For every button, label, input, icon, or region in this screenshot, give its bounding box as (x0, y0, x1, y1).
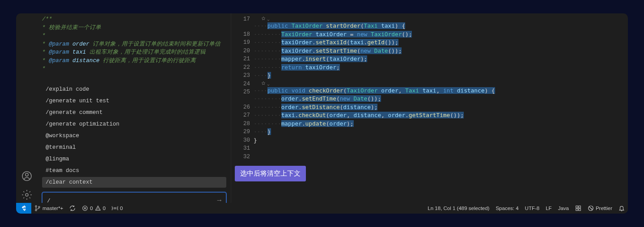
suggestion-list: /explain code /generate unit test /gener… (38, 71, 231, 189)
status-port[interactable]: 0 (109, 205, 126, 211)
chat-panel: /** * 校验并结束一个订单 * * @param order 订单对象，用于… (16, 13, 231, 214)
status-errors[interactable]: 0 0 (79, 205, 109, 211)
status-eol[interactable]: LF (542, 206, 555, 211)
status-selection[interactable]: Ln 18, Col 1 (489 selected) (424, 206, 492, 211)
settings-icon[interactable] (21, 189, 32, 200)
status-prettier[interactable]: Prettier (585, 205, 615, 211)
suggestion-explain-code[interactable]: /explain code (42, 84, 226, 95)
svg-point-3 (35, 206, 37, 207)
account-icon[interactable] (21, 171, 32, 181)
activity-bar (17, 0, 37, 204)
clear-context-tooltip: 选中后将清空上下文 (235, 166, 306, 181)
svg-rect-8 (576, 206, 578, 208)
suggestion-generate-optimization[interactable]: /generate optimization (42, 119, 226, 130)
suggestion-lingma[interactable]: @lingma (42, 154, 226, 164)
code-area[interactable]: ⌄····public TaxiOrder startOrder(Taxi ta… (254, 13, 628, 214)
code-editor[interactable]: 17181920212223242526272829303132 ⌄····pu… (231, 13, 628, 214)
status-language[interactable]: Java (555, 206, 572, 211)
status-sync[interactable] (66, 205, 79, 211)
suggestion-generate-unit-test[interactable]: /generate unit test (42, 96, 226, 106)
svg-point-7 (114, 207, 116, 209)
status-branch[interactable]: master*+ (31, 205, 66, 211)
suggestion-workspace[interactable]: @workspace (42, 130, 226, 141)
svg-point-2 (25, 193, 28, 196)
svg-point-1 (25, 173, 28, 176)
suggestion-clear-context[interactable]: /clear context (42, 177, 226, 188)
status-bell-icon[interactable] (615, 205, 628, 211)
svg-rect-11 (579, 209, 580, 210)
status-encoding[interactable]: UTF-8 (522, 206, 543, 211)
status-extensions-icon[interactable] (572, 205, 585, 211)
status-bar: master*+ 0 0 0 Ln 18, Col 1 (489 selecte… (16, 203, 628, 214)
status-spaces[interactable]: Spaces: 4 (492, 206, 521, 211)
svg-rect-10 (576, 209, 578, 210)
line-gutter: 17181920212223242526272829303132 (231, 13, 254, 214)
svg-rect-9 (579, 206, 580, 208)
code-comment-preview: /** * 校验并结束一个订单 * * @param order 订单对象，用于… (38, 13, 231, 71)
svg-point-4 (35, 210, 37, 211)
suggestion-team-docs[interactable]: #team docs (42, 165, 226, 176)
suggestion-terminal[interactable]: @terminal (42, 142, 226, 153)
remote-button[interactable] (16, 203, 31, 214)
svg-point-5 (38, 206, 40, 208)
suggestion-generate-comment[interactable]: /generate comment (42, 107, 226, 118)
